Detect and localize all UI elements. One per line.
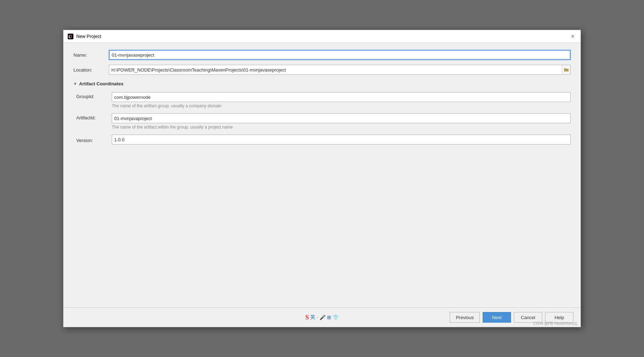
- version-field-wrap: [112, 135, 571, 144]
- dialog-title: New Project: [76, 34, 101, 39]
- artifactid-label: ArtifactId:: [76, 113, 112, 120]
- dialog-content: Name: Location: ▼ Artifact Coordinates: [63, 43, 581, 307]
- artifact-coordinates-header[interactable]: ▼ Artifact Coordinates: [73, 81, 571, 86]
- svg-rect-4: [71, 35, 72, 38]
- groupid-hint: The name of the artifact group, usually …: [112, 103, 222, 108]
- artifactid-row: ArtifactId:: [76, 113, 571, 123]
- svg-rect-2: [69, 38, 71, 38]
- svg-rect-1: [69, 35, 70, 38]
- next-button[interactable]: Next: [483, 312, 511, 323]
- version-label: Version:: [76, 136, 112, 143]
- shirt-icon[interactable]: 👕: [333, 314, 339, 320]
- location-input[interactable]: [109, 65, 562, 74]
- browse-folder-button[interactable]: [562, 65, 570, 74]
- artifactid-field-wrap: [112, 113, 571, 123]
- new-project-dialog: New Project × Name: Location:: [63, 30, 581, 327]
- previous-button[interactable]: Previous: [450, 312, 480, 323]
- grid-icon[interactable]: ⊞: [327, 314, 331, 320]
- location-row: Location:: [73, 65, 571, 75]
- dot-icon: ·: [317, 314, 318, 320]
- svg-rect-0: [68, 34, 73, 39]
- artifactid-input[interactable]: [112, 113, 571, 123]
- close-button[interactable]: ×: [569, 33, 576, 40]
- watermark-text: CSDN @FBI HackerHarry忘: [533, 321, 578, 326]
- groupid-field-wrap: [112, 92, 571, 102]
- english-input-icon[interactable]: 英: [310, 314, 315, 321]
- groupid-row: GroupId:: [76, 92, 571, 102]
- location-input-wrap: [109, 65, 571, 75]
- microphone-icon[interactable]: 🎤: [320, 314, 326, 320]
- version-input[interactable]: [112, 135, 571, 144]
- groupid-hint-row: The name of the artifact group, usually …: [76, 103, 571, 112]
- artifact-coordinates-title: Artifact Coordinates: [79, 81, 123, 86]
- artifactid-hint-row: The name of the artifact within the grou…: [76, 125, 571, 133]
- name-row: Name:: [73, 50, 571, 60]
- location-label: Location:: [73, 67, 109, 73]
- toolbar-icons: S 英 · 🎤 ⊞ 👕: [305, 314, 339, 321]
- name-label: Name:: [73, 52, 109, 58]
- artifact-coordinates-section: ▼ Artifact Coordinates GroupId: The name…: [73, 81, 571, 144]
- version-row: Version:: [76, 135, 571, 144]
- artifactid-hint: The name of the artifact within the grou…: [112, 125, 233, 130]
- artifact-coordinates-fields: GroupId: The name of the artifact group,…: [76, 92, 571, 144]
- dialog-footer: S 英 · 🎤 ⊞ 👕 Previous Next Cancel Help CS…: [63, 307, 581, 327]
- groupid-input[interactable]: [112, 92, 571, 102]
- title-bar-left: New Project: [68, 34, 101, 39]
- intellij-icon: [68, 34, 73, 39]
- name-input[interactable]: [109, 50, 571, 60]
- s-logo-icon: S: [305, 314, 309, 321]
- chevron-down-icon: ▼: [73, 82, 77, 86]
- groupid-label: GroupId:: [76, 92, 112, 99]
- title-bar: New Project ×: [63, 30, 581, 43]
